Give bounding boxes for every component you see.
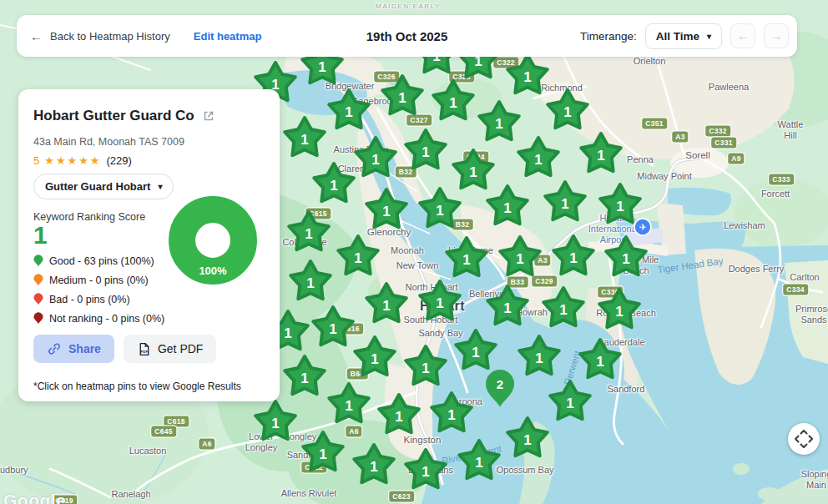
- svg-text:1: 1: [329, 321, 336, 337]
- svg-text:1: 1: [569, 250, 577, 266]
- heatmap-pin[interactable]: 1: [416, 278, 464, 326]
- heatmap-pin[interactable]: 1: [543, 87, 592, 135]
- heatmap-pin[interactable]: 1: [416, 185, 464, 234]
- svg-text:1: 1: [398, 90, 406, 106]
- prev-date-button[interactable]: ←: [730, 23, 755, 48]
- heatmap-pin[interactable]: 1: [286, 258, 335, 306]
- heatmap-pin[interactable]: 1: [251, 398, 300, 446]
- legend-label: Bad - 0 pins (0%): [49, 295, 130, 305]
- rating-value: 5: [33, 154, 39, 167]
- legend-item-bad: Bad - 0 pins (0%): [33, 293, 164, 306]
- heatmap-pin[interactable]: 1: [375, 391, 423, 440]
- heatmap-pin[interactable]: 1: [539, 285, 588, 333]
- legend-label: Good - 63 pins (100%): [49, 256, 154, 267]
- svg-text:1: 1: [566, 396, 573, 411]
- keyword-selector[interactable]: Gutter Guard Hobart ▾: [33, 174, 174, 199]
- svg-text:1: 1: [300, 370, 308, 386]
- heatmap-pin[interactable]: 1: [577, 130, 625, 179]
- timerange-controls: Timerange: All Time ▾ ← →: [580, 23, 789, 49]
- svg-text:1: 1: [370, 459, 377, 475]
- heatmap-pin[interactable]: 1: [362, 280, 411, 329]
- heatmap-pin-cluster[interactable]: 2: [482, 367, 518, 411]
- svg-text:1: 1: [422, 464, 429, 480]
- svg-text:PDF: PDF: [140, 349, 148, 353]
- svg-text:1: 1: [318, 59, 326, 75]
- svg-text:1: 1: [271, 416, 279, 431]
- svg-text:1: 1: [495, 116, 502, 132]
- pin-icon: [33, 274, 43, 287]
- back-button[interactable]: ← Back to Heatmap History: [30, 29, 170, 43]
- svg-text:1: 1: [462, 252, 470, 268]
- heatmap-pin[interactable]: 1: [351, 134, 400, 183]
- heatmap-pin[interactable]: 1: [541, 179, 589, 227]
- heatmap-pin[interactable]: 1: [299, 429, 347, 477]
- external-link-icon[interactable]: [202, 109, 215, 123]
- heatmap-pin[interactable]: 1: [596, 181, 644, 229]
- heatmap-pin[interactable]: 1: [595, 286, 644, 335]
- rating-stars-icon: ★★★★★: [44, 154, 101, 167]
- back-arrow-icon: ←: [30, 29, 43, 43]
- heatmap-pin[interactable]: 1: [401, 446, 450, 495]
- svg-text:1: 1: [305, 226, 312, 242]
- heatmap-pin[interactable]: 1: [285, 209, 333, 257]
- svg-text:1: 1: [345, 104, 352, 120]
- heatmap-pin[interactable]: 1: [325, 381, 373, 429]
- svg-text:1: 1: [300, 132, 308, 148]
- edit-heatmap-link[interactable]: Edit heatmap: [194, 30, 262, 43]
- heatmap-pin[interactable]: 1: [549, 233, 598, 281]
- pan-control-button[interactable]: [788, 423, 820, 455]
- svg-text:1: 1: [563, 104, 571, 120]
- legend-label: Not ranking - 0 pins (0%): [49, 314, 164, 325]
- svg-text:1: 1: [447, 407, 455, 423]
- business-panel: Hobart Gutter Guard Co 43a Main Rd, Moon…: [18, 89, 280, 401]
- svg-text:1: 1: [306, 275, 314, 291]
- heatmap-pin[interactable]: 1: [378, 73, 427, 121]
- timerange-select[interactable]: All Time ▾: [645, 23, 722, 49]
- heatmap-pin[interactable]: 1: [442, 234, 491, 283]
- pin-icon: [33, 293, 43, 306]
- svg-text:1: 1: [436, 295, 443, 311]
- pin-icon: [33, 255, 43, 268]
- share-button[interactable]: Share: [33, 335, 114, 363]
- heatmap-pin[interactable]: 1: [401, 127, 450, 175]
- pan-arrows-icon: [793, 428, 815, 450]
- svg-text:1: 1: [616, 199, 624, 214]
- heatmap-pin[interactable]: 1: [350, 441, 398, 490]
- top-bar: ← Back to Heatmap History Edit heatmap 1…: [17, 15, 797, 57]
- legend-item-not-ranking: Not ranking - 0 pins (0%): [33, 312, 164, 325]
- heatmap-pin[interactable]: 1: [503, 415, 552, 463]
- heatmap-pin[interactable]: 1: [427, 390, 476, 438]
- heatmap-pin[interactable]: 1: [483, 283, 532, 331]
- heatmap-pin[interactable]: 1: [546, 378, 594, 426]
- svg-text:1: 1: [523, 69, 531, 85]
- chevron-down-icon: ▾: [707, 32, 711, 41]
- heatmap-pin[interactable]: 1: [515, 333, 563, 381]
- legend-item-medium: Medium - 0 pins (0%): [33, 274, 164, 287]
- svg-text:1: 1: [535, 350, 543, 366]
- heatmap-pin[interactable]: 1: [280, 353, 329, 401]
- score-label: Keyword Ranking Score: [33, 211, 145, 223]
- google-logo: Google: [3, 491, 66, 504]
- heatmap-pin[interactable]: 1: [401, 343, 450, 391]
- heatmap-pin[interactable]: 1: [496, 234, 544, 282]
- heatmap-pin[interactable]: 1: [334, 233, 382, 281]
- next-date-button[interactable]: →: [764, 23, 789, 48]
- heatmap-pin[interactable]: 1: [483, 183, 532, 231]
- heatmap-pin[interactable]: 1: [325, 87, 373, 135]
- pin-icon: [33, 312, 43, 325]
- heatmap-pin[interactable]: 1: [280, 114, 329, 163]
- share-label: Share: [68, 342, 101, 355]
- svg-text:1: 1: [422, 360, 429, 376]
- heatmap-pin[interactable]: 1: [351, 334, 399, 382]
- heatmap-pin[interactable]: 1: [362, 186, 411, 234]
- heatmap-pin[interactable]: 1: [429, 78, 477, 126]
- get-pdf-button[interactable]: PDF Get PDF: [124, 335, 216, 363]
- heatmap-pin[interactable]: 1: [455, 437, 503, 486]
- timerange-label: Timerange:: [580, 30, 637, 43]
- svg-text:1: 1: [503, 300, 511, 316]
- svg-text:1: 1: [382, 298, 390, 314]
- svg-text:1: 1: [596, 354, 603, 370]
- heatmap-pin[interactable]: 1: [602, 234, 650, 282]
- heatmap-pin[interactable]: 1: [514, 134, 563, 183]
- heatmap-pin[interactable]: 1: [310, 160, 358, 209]
